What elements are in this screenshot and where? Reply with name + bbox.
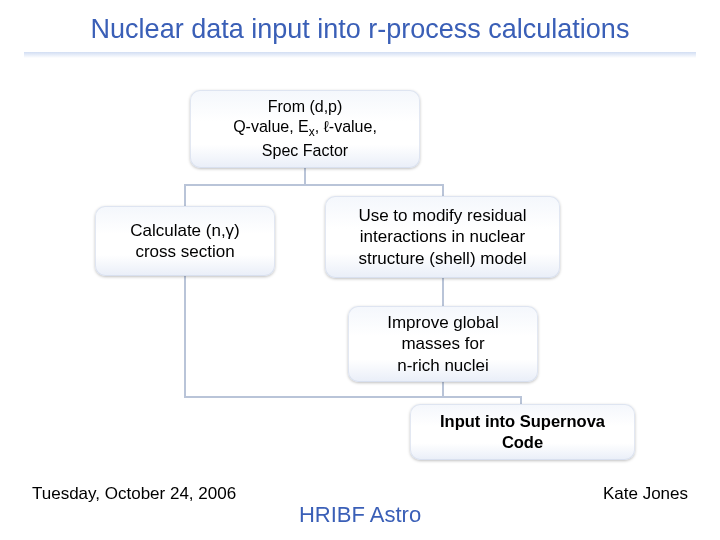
connector: [442, 184, 444, 196]
footer-center: HRIBF Astro: [0, 502, 720, 528]
footer-author: Kate Jones: [603, 484, 688, 504]
node-label: Use to modify residual interactions in n…: [337, 205, 548, 269]
node-label: Improve global masses forn-rich nuclei: [360, 312, 526, 376]
slide-footer: Tuesday, October 24, 2006 HRIBF Astro Ka…: [0, 478, 720, 528]
node-supernova-code: Input into Supernova Code: [410, 404, 635, 460]
connector: [442, 278, 444, 306]
node-label: Input into Supernova Code: [422, 411, 623, 452]
slide-title: Nuclear data input into r-process calcul…: [0, 14, 720, 51]
footer-date: Tuesday, October 24, 2006: [32, 484, 236, 504]
node-label: From (d,p)Q-value, Ex, ℓ-value,Spec Fact…: [233, 97, 377, 160]
connector: [184, 396, 522, 398]
node-from-dp: From (d,p)Q-value, Ex, ℓ-value,Spec Fact…: [190, 90, 420, 168]
connector: [304, 168, 306, 184]
node-calculate-ng: Calculate (n,γ)cross section: [95, 206, 275, 276]
connector: [184, 276, 186, 396]
connector: [442, 382, 444, 396]
flow-diagram: From (d,p)Q-value, Ex, ℓ-value,Spec Fact…: [0, 56, 720, 476]
node-improve-masses: Improve global masses forn-rich nuclei: [348, 306, 538, 382]
connector: [184, 184, 444, 186]
node-modify-residual: Use to modify residual interactions in n…: [325, 196, 560, 278]
connector: [184, 184, 186, 206]
node-label: Calculate (n,γ)cross section: [130, 220, 240, 263]
